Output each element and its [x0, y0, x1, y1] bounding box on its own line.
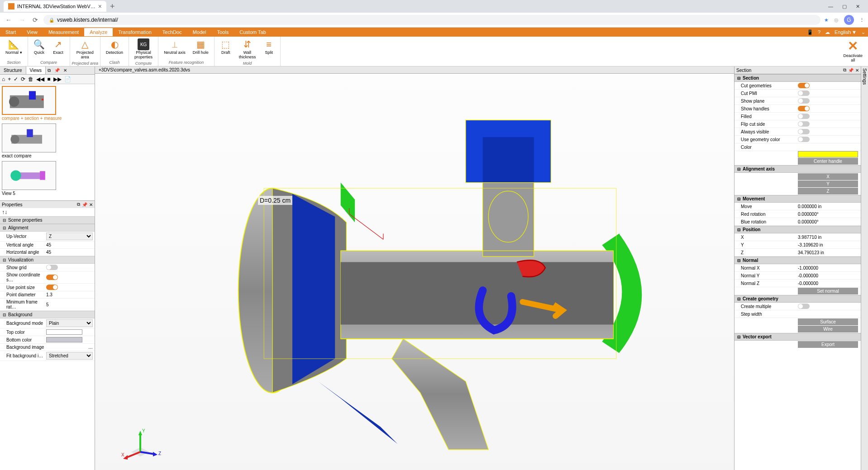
menu-customtab[interactable]: Custom Tab: [234, 28, 272, 36]
tab-views[interactable]: Views: [26, 66, 46, 74]
top-color-swatch[interactable]: [46, 329, 82, 335]
scene-properties-section[interactable]: ⊟Scene properties: [0, 216, 95, 224]
ribbon-neutral-axis[interactable]: ⟂Neutral axis: [160, 38, 189, 60]
url-input[interactable]: 🔒 vsweb.kisters.de/internal/: [43, 15, 820, 25]
settings-tab[interactable]: Settings: [861, 66, 868, 470]
create-multiple-toggle[interactable]: [798, 304, 810, 309]
check-icon[interactable]: ✓: [14, 76, 18, 82]
pin-icon[interactable]: 📌: [82, 202, 87, 207]
cut-pmi-toggle[interactable]: [798, 90, 810, 96]
add-icon[interactable]: +: [8, 76, 11, 82]
axis-gizmo[interactable]: X Y Z: [118, 427, 163, 463]
menu-start[interactable]: Start: [0, 28, 21, 36]
refresh-icon[interactable]: ⟳: [21, 76, 25, 82]
new-window-icon[interactable]: ⧉: [843, 67, 846, 73]
section-color-swatch[interactable]: [798, 151, 858, 157]
tab-structure[interactable]: Structure: [0, 66, 26, 74]
pin-icon[interactable]: 📌: [848, 68, 854, 73]
export-button[interactable]: Export: [798, 341, 858, 348]
view-thumbnail[interactable]: [2, 161, 56, 190]
flip-toggle[interactable]: [798, 121, 810, 127]
ribbon-split[interactable]: ≡Split: [259, 38, 278, 61]
show-coord-toggle[interactable]: [46, 275, 58, 280]
visualization-section[interactable]: ⊟Visualization: [0, 256, 95, 264]
alignment-section[interactable]: ⊟Alignment: [0, 224, 95, 232]
view-thumbnail[interactable]: [2, 123, 56, 152]
ribbon-physical[interactable]: KGPhysical properties: [131, 38, 156, 61]
export-icon[interactable]: 📄: [64, 76, 71, 82]
ribbon-normal[interactable]: 📐Normal ▾: [2, 38, 26, 60]
back-button[interactable]: ←: [4, 14, 14, 25]
view-item[interactable]: compare + section + measure: [2, 86, 93, 121]
background-section[interactable]: ⊟Background: [0, 311, 95, 318]
expand-icon[interactable]: ⌄: [861, 29, 865, 35]
view-item[interactable]: exact compare: [2, 123, 93, 158]
browser-tab[interactable]: INTERNAL 3DViewStation WebV… ×: [4, 1, 106, 12]
help-icon[interactable]: ?: [818, 29, 820, 35]
bookmark-icon[interactable]: ★: [824, 17, 829, 23]
menu-techdoc[interactable]: TechDoc: [157, 28, 187, 36]
menu-icon[interactable]: ⋮: [859, 17, 864, 23]
language-selector[interactable]: English ▼: [835, 29, 857, 35]
create-geometry-section[interactable]: ⊟Create geometry: [734, 295, 861, 303]
extension-icon[interactable]: ◎: [834, 17, 839, 23]
use-geo-color-toggle[interactable]: [798, 137, 810, 142]
axis-x-button[interactable]: X: [798, 173, 858, 180]
stop-icon[interactable]: ■: [47, 76, 50, 82]
ribbon-draft[interactable]: ⬚Draft: [216, 38, 235, 61]
show-plane-toggle[interactable]: [798, 98, 810, 104]
normal-section[interactable]: ⊟Normal: [734, 256, 861, 264]
menu-tools[interactable]: Tools: [212, 28, 234, 36]
position-section[interactable]: ⊟Position: [734, 226, 861, 233]
cut-geometries-toggle[interactable]: [798, 83, 810, 88]
view-item[interactable]: View 5: [2, 161, 93, 196]
forward2-icon[interactable]: ▶▶: [53, 76, 62, 82]
minimize-icon[interactable]: —: [828, 4, 833, 9]
profile-avatar[interactable]: G: [844, 15, 854, 25]
rewind-icon[interactable]: ◀◀: [36, 76, 44, 82]
mobile-icon[interactable]: 📱: [807, 29, 813, 35]
deactivate-all-button[interactable]: ✕ Deactivate all: [838, 37, 868, 66]
filled-toggle[interactable]: [798, 114, 810, 119]
new-tab-button[interactable]: +: [110, 2, 115, 11]
ribbon-detection[interactable]: ◐Detection: [102, 38, 127, 60]
section-section[interactable]: ⊟Section: [734, 74, 861, 82]
new-window-icon[interactable]: ⧉: [77, 202, 80, 207]
set-normal-button[interactable]: Set normal: [798, 288, 858, 294]
menu-model[interactable]: Model: [187, 28, 212, 36]
forward-button[interactable]: →: [17, 14, 27, 25]
sort-button[interactable]: ↑↓: [0, 208, 95, 216]
bg-mode-select[interactable]: Plain: [46, 319, 93, 327]
close-window-icon[interactable]: ✕: [856, 4, 860, 9]
ribbon-quick[interactable]: 🔍Quick: [30, 38, 49, 60]
fit-bg-select[interactable]: Stretched: [46, 352, 93, 360]
ribbon-drill-hole[interactable]: ▦Drill hole: [189, 38, 212, 60]
maximize-icon[interactable]: ▢: [842, 4, 847, 9]
viewport-3d[interactable]: +3DVS\compare_valves.asm.edits.2020.3dvs: [95, 66, 734, 470]
canvas-3d[interactable]: D=0.25 cm X Y Z: [95, 75, 734, 470]
show-grid-toggle[interactable]: [46, 265, 58, 270]
new-window-icon[interactable]: ⧉: [46, 67, 52, 74]
menu-transformation[interactable]: Transformation: [113, 28, 157, 36]
ribbon-wall[interactable]: ⇵Wall thickness: [235, 38, 260, 61]
axis-z-button[interactable]: Z: [798, 188, 858, 195]
alignment-axis-section[interactable]: ⊟Alignment axis: [734, 165, 861, 173]
menu-measurement[interactable]: Measurement: [43, 28, 84, 36]
bottom-color-swatch[interactable]: [46, 337, 82, 342]
cloud-icon[interactable]: ☁: [825, 29, 830, 35]
always-toggle[interactable]: [798, 129, 810, 134]
wire-button[interactable]: Wire: [798, 326, 858, 332]
ribbon-projected-area[interactable]: △Projected area: [73, 38, 97, 61]
reload-button[interactable]: ⟳: [31, 14, 40, 25]
close-icon[interactable]: ✕: [89, 202, 93, 207]
show-handles-toggle[interactable]: [798, 106, 810, 111]
home-icon[interactable]: ⌂: [2, 76, 5, 82]
center-handle-button[interactable]: Center handle: [798, 158, 858, 165]
surface-button[interactable]: Surface: [798, 318, 858, 325]
trash-icon[interactable]: 🗑: [28, 76, 33, 82]
movement-section[interactable]: ⊟Movement: [734, 195, 861, 203]
vector-export-section[interactable]: ⊟Vector export: [734, 333, 861, 341]
axis-y-button[interactable]: Y: [798, 180, 858, 187]
ribbon-exact[interactable]: ↗Exact: [49, 38, 68, 60]
close-panel-icon[interactable]: ✕: [62, 67, 69, 74]
